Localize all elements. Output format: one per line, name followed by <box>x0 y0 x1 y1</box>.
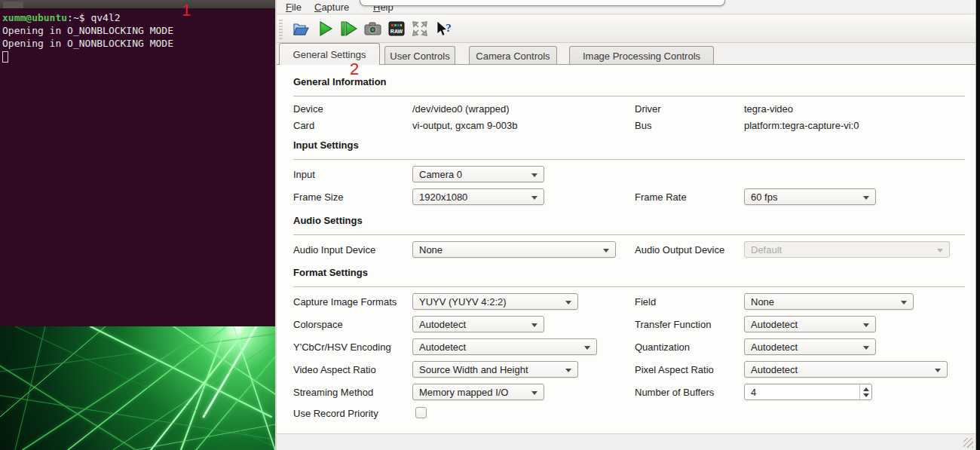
use-record-priority-label: Use Record Priority <box>293 408 378 419</box>
chevron-down-icon <box>531 391 537 395</box>
card-label: Card <box>293 120 314 131</box>
number-of-buffers-spinbox[interactable]: 4 <box>744 384 872 400</box>
chevron-down-icon <box>531 173 537 177</box>
terminal-output-line: Opening in O_NONBLOCKING MODE <box>2 24 275 37</box>
terminal-prompt-user: xumm@ubuntu <box>2 12 67 23</box>
snapshot-camera-icon[interactable] <box>362 18 383 39</box>
toolbar: RAW ? <box>277 15 975 43</box>
chevron-down-icon <box>863 196 869 200</box>
ycbcr-hsv-encoding-label: Y'CbCr/HSV Encoding <box>293 341 391 353</box>
menu-capture[interactable]: Capture <box>311 1 352 14</box>
streaming-method-dropdown[interactable]: Memory mapped I/O <box>412 384 544 400</box>
ycbcr-hsv-encoding-dropdown[interactable]: Autodetect <box>412 338 597 355</box>
bus-value: platform:tegra-capture-vi:0 <box>744 120 859 131</box>
field-dropdown[interactable]: None <box>744 293 914 310</box>
whats-this-help-icon[interactable]: ? <box>433 18 455 39</box>
section-title-general-information: General Information <box>293 76 387 87</box>
frame-rate-dropdown-value: 60 fps <box>751 191 777 203</box>
section-title-audio-settings: Audio Settings <box>293 215 363 226</box>
audio-input-device-value: None <box>419 244 443 256</box>
section-separator <box>293 159 965 160</box>
quantization-value: Autodetect <box>751 341 798 353</box>
terminal-prompt-line: xumm@ubuntu:~$ qv4l2 <box>2 11 275 24</box>
section-separator <box>293 286 965 287</box>
pixel-aspect-ratio-dropdown[interactable]: Autodetect <box>744 361 948 378</box>
screenshot-root: xumm@ubuntu:~$ qv4l2 Opening in O_NONBLO… <box>0 0 980 450</box>
qv4l2-window: File Capture Help <box>275 0 976 450</box>
tab-general-settings[interactable]: General Settings <box>279 43 380 65</box>
terminal-command: $ qv4l2 <box>79 12 121 23</box>
annotation-marker-1: 1 <box>182 1 191 20</box>
toolbar-grip[interactable] <box>279 20 283 39</box>
offscreen-popup-edge <box>360 0 725 6</box>
section-separator <box>293 234 965 235</box>
tab-camera-controls[interactable]: Camera Controls <box>469 46 557 65</box>
svg-text:?: ? <box>446 22 452 34</box>
terminal-cursor <box>2 51 8 63</box>
raw-frames-icon[interactable]: RAW <box>386 18 407 39</box>
input-label: Input <box>293 169 315 180</box>
spin-up-icon[interactable] <box>863 387 869 391</box>
menu-file[interactable]: File <box>283 1 305 14</box>
section-title-input-settings: Input Settings <box>293 139 359 151</box>
status-bar <box>277 433 975 450</box>
colorspace-label: Colorspace <box>293 319 343 330</box>
audio-output-device-label: Audio Output Device <box>635 244 724 256</box>
frame-rate-label: Frame Rate <box>635 191 687 203</box>
number-of-buffers-label: Number of Buffers <box>635 387 714 398</box>
transfer-function-value: Autodetect <box>751 319 798 330</box>
colorspace-value: Autodetect <box>419 319 466 330</box>
svg-text:RAW: RAW <box>390 29 403 34</box>
capture-image-formats-value: YUYV (YUYV 4:2:2) <box>419 296 507 308</box>
transfer-function-dropdown[interactable]: Autodetect <box>744 316 876 332</box>
screen-edge-strip <box>977 0 980 450</box>
transfer-function-label: Transfer Function <box>635 319 711 330</box>
annotation-marker-2: 2 <box>350 60 359 79</box>
tab-image-processing-controls[interactable]: Image Processing Controls <box>569 46 714 65</box>
use-record-priority-checkbox[interactable] <box>415 407 427 418</box>
section-title-format-settings: Format Settings <box>293 267 368 278</box>
tab-user-controls[interactable]: User Controls <box>384 46 455 65</box>
resize-grip[interactable] <box>963 438 973 448</box>
chevron-down-icon <box>863 346 869 350</box>
chevron-down-icon <box>531 196 537 200</box>
terminal-window[interactable]: xumm@ubuntu:~$ qv4l2 Opening in O_NONBLO… <box>0 8 275 326</box>
quantization-dropdown[interactable]: Autodetect <box>744 338 876 355</box>
general-settings-pane: General Information Device /dev/video0 (… <box>277 65 975 433</box>
desktop-wallpaper <box>0 326 275 450</box>
card-value: vi-output, gxcam 9-003b <box>412 120 517 131</box>
colorspace-dropdown[interactable]: Autodetect <box>412 316 544 332</box>
frame-size-label: Frame Size <box>293 191 343 203</box>
start-capturing-icon[interactable] <box>314 18 335 39</box>
chevron-down-icon <box>863 323 869 327</box>
frame-rate-dropdown[interactable]: 60 fps <box>744 188 876 205</box>
audio-output-device-dropdown: Default <box>744 241 950 258</box>
frame-size-dropdown-value: 1920x1080 <box>419 191 467 203</box>
chevron-down-icon <box>565 369 571 372</box>
resize-to-frame-icon[interactable] <box>409 18 430 39</box>
frame-size-dropdown[interactable]: 1920x1080 <box>412 188 544 205</box>
spin-down-icon[interactable] <box>863 393 869 397</box>
capture-image-formats-dropdown[interactable]: YUYV (YUYV 4:2:2) <box>412 293 578 310</box>
video-aspect-ratio-value: Source Width and Height <box>419 364 528 375</box>
video-aspect-ratio-dropdown[interactable]: Source Width and Height <box>412 361 578 378</box>
audio-output-device-value: Default <box>751 244 782 256</box>
streaming-method-label: Streaming Method <box>293 387 373 398</box>
video-aspect-ratio-label: Video Aspect Ratio <box>293 364 376 375</box>
ycbcr-hsv-encoding-value: Autodetect <box>419 341 466 353</box>
open-file-icon[interactable] <box>290 18 311 39</box>
input-dropdown[interactable]: Camera 0 <box>412 166 544 182</box>
number-of-buffers-value: 4 <box>751 387 756 398</box>
terminal-prompt-path: ~ <box>73 12 79 23</box>
audio-input-device-dropdown[interactable]: None <box>412 241 616 258</box>
chevron-down-icon <box>603 249 609 253</box>
chevron-down-icon <box>935 369 941 372</box>
input-dropdown-value: Camera 0 <box>419 169 462 180</box>
driver-value: tegra-video <box>744 103 793 115</box>
chevron-down-icon <box>937 249 943 253</box>
spinbox-buttons[interactable] <box>859 384 871 399</box>
tab-pane-border <box>277 64 975 65</box>
chevron-down-icon <box>531 323 537 327</box>
step-capture-icon[interactable] <box>338 18 359 39</box>
pixel-aspect-ratio-label: Pixel Aspect Ratio <box>635 364 714 375</box>
